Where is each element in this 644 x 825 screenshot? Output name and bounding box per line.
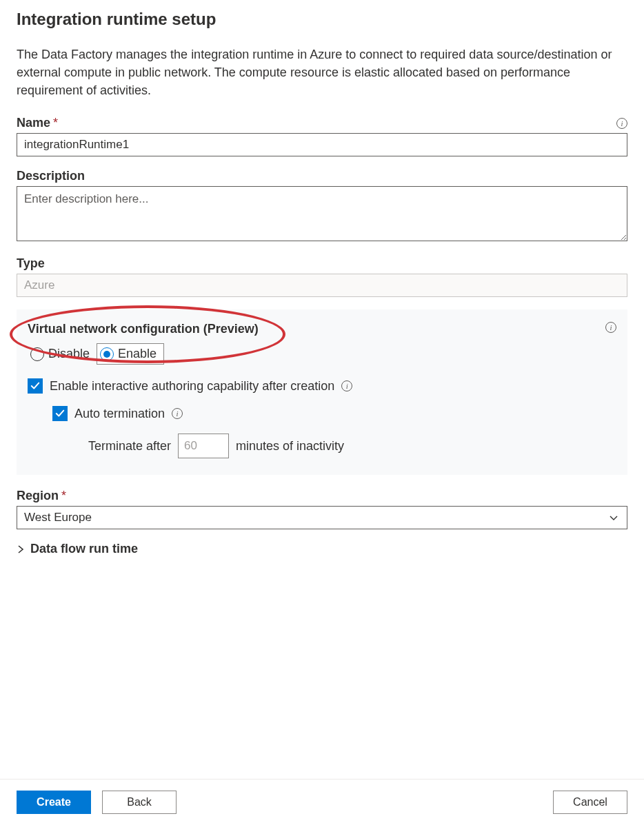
name-label: Name* (17, 116, 58, 130)
name-field: Name* i (17, 116, 627, 156)
vnet-title: Virtual network configuration (Preview) (28, 322, 259, 336)
terminate-after-suffix: minutes of inactivity (236, 439, 344, 454)
create-button[interactable]: Create (17, 791, 91, 814)
required-marker: * (53, 116, 58, 130)
region-label: Region* (17, 489, 66, 503)
region-select[interactable]: West Europe (17, 506, 627, 529)
auto-termination-row: Auto termination i (52, 406, 616, 421)
vnet-radio-group: Disable Enable (28, 343, 616, 365)
type-input (17, 274, 627, 297)
vnet-disable-label: Disable (48, 347, 90, 361)
auto-termination-checkbox[interactable] (52, 406, 68, 421)
cancel-button[interactable]: Cancel (553, 791, 627, 814)
dataflow-expander[interactable]: Data flow run time (17, 542, 627, 556)
footer: Create Back Cancel (0, 779, 644, 825)
region-field: Region* West Europe (17, 489, 627, 529)
info-icon[interactable]: i (605, 322, 616, 333)
interactive-authoring-label: Enable interactive authoring capability … (50, 379, 334, 394)
region-value: West Europe (24, 511, 92, 524)
page-title: Integration runtime setup (17, 10, 627, 29)
description-field: Description (17, 169, 627, 244)
dataflow-label: Data flow run time (30, 542, 138, 556)
terminate-after-label: Terminate after (88, 439, 171, 454)
vnet-disable-radio[interactable]: Disable (28, 343, 97, 365)
type-field: Type (17, 256, 627, 297)
checkmark-icon (30, 381, 40, 391)
radio-dot-icon (103, 351, 110, 358)
radio-circle-icon (100, 347, 114, 361)
description-label: Description (17, 169, 85, 183)
intro-text: The Data Factory manages the integration… (17, 45, 627, 99)
interactive-authoring-checkbox[interactable] (28, 378, 43, 394)
caret-right-icon (17, 545, 25, 553)
required-marker: * (61, 489, 66, 502)
info-icon[interactable]: i (341, 380, 352, 391)
back-button[interactable]: Back (102, 791, 177, 814)
vnet-panel: Virtual network configuration (Preview) … (17, 309, 627, 475)
checkmark-icon (55, 409, 65, 418)
name-input[interactable] (17, 133, 627, 156)
radio-circle-icon (30, 347, 44, 361)
terminate-after-row: Terminate after minutes of inactivity (88, 434, 616, 458)
info-icon[interactable]: i (172, 408, 183, 419)
type-label: Type (17, 256, 45, 271)
terminate-after-input[interactable] (178, 434, 229, 458)
auto-termination-label: Auto termination (74, 407, 165, 421)
vnet-enable-radio[interactable]: Enable (97, 343, 164, 365)
info-icon[interactable]: i (616, 118, 627, 129)
interactive-authoring-row: Enable interactive authoring capability … (28, 378, 616, 394)
vnet-enable-label: Enable (118, 347, 157, 361)
description-input[interactable] (17, 186, 627, 241)
